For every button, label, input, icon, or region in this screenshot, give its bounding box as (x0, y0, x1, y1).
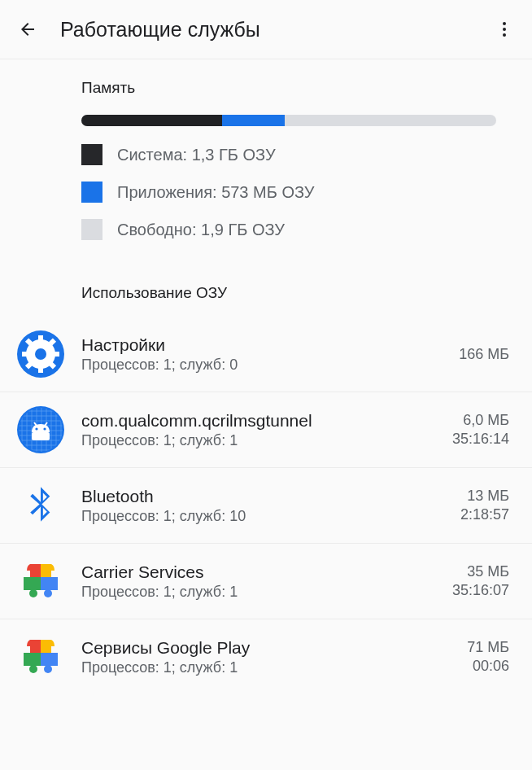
arrow-left-icon (18, 20, 37, 39)
item-right: 71 МБ00:06 (436, 639, 509, 675)
item-body: BluetoothПроцессов: 1; служб: 10 (81, 487, 426, 525)
ram-usage-header: Использование ОЗУ (0, 253, 532, 317)
legend-apps-label: Приложения: 573 МБ ОЗУ (117, 183, 315, 202)
more-vert-icon (495, 20, 514, 39)
list-item[interactable]: Сервисы Google PlayПроцессов: 1; служб: … (0, 619, 532, 694)
android-blue-icon (16, 405, 65, 454)
item-memory: 35 МБ (467, 563, 509, 580)
memory-bar-system (81, 115, 222, 126)
item-right: 35 МБ35:16:07 (436, 563, 509, 599)
item-time: 2:18:57 (460, 506, 509, 523)
svg-point-2 (503, 33, 506, 37)
svg-point-22 (29, 589, 37, 597)
memory-section: Память Система: 1,3 ГБ ОЗУ Приложения: 5… (0, 59, 532, 253)
legend-free-label: Свободно: 1,9 ГБ ОЗУ (117, 221, 285, 239)
svg-point-1 (503, 28, 506, 31)
item-memory: 13 МБ (467, 488, 509, 505)
item-title: Carrier Services (81, 562, 426, 582)
ram-usage-list: НастройкиПроцессов: 1; служб: 0166 МБcom… (0, 317, 532, 694)
svg-point-19 (43, 427, 46, 430)
svg-point-24 (29, 665, 37, 673)
item-right: 6,0 МБ35:16:14 (436, 412, 509, 448)
item-subtitle: Процессов: 1; служб: 10 (81, 508, 426, 525)
item-memory: 6,0 МБ (463, 412, 509, 429)
item-time: 35:16:07 (452, 582, 509, 599)
list-item[interactable]: Carrier ServicesПроцессов: 1; служб: 135… (0, 544, 532, 619)
item-body: Сервисы Google PlayПроцессов: 1; служб: … (81, 638, 426, 676)
item-title: com.qualcomm.qcrilmsgtunnel (81, 411, 426, 431)
item-subtitle: Процессов: 1; служб: 1 (81, 659, 426, 676)
item-time: 35:16:14 (452, 431, 509, 448)
page-title: Работающие службы (60, 18, 486, 42)
back-button[interactable] (10, 11, 46, 47)
item-memory: 71 МБ (467, 639, 509, 656)
svg-point-25 (44, 665, 52, 673)
item-subtitle: Процессов: 1; служб: 0 (81, 357, 426, 374)
svg-point-0 (503, 22, 506, 25)
svg-rect-7 (38, 367, 43, 373)
memory-label: Память (81, 79, 509, 97)
swatch-free (81, 219, 102, 240)
svg-point-18 (35, 427, 37, 430)
item-title: Сервисы Google Play (81, 638, 426, 658)
list-item[interactable]: com.qualcomm.qcrilmsgtunnelПроцессов: 1;… (0, 392, 532, 468)
item-memory: 166 МБ (459, 346, 509, 363)
play-services-icon (16, 557, 65, 606)
item-body: com.qualcomm.qcrilmsgtunnelПроцессов: 1;… (81, 411, 426, 449)
item-body: НастройкиПроцессов: 1; служб: 0 (81, 335, 426, 374)
app-header: Работающие службы (0, 0, 532, 59)
legend-system-label: Система: 1,3 ГБ ОЗУ (117, 146, 276, 164)
settings-gear-icon (16, 330, 65, 378)
item-time: 00:06 (473, 658, 509, 675)
play-services-icon (16, 632, 65, 681)
list-item[interactable]: BluetoothПроцессов: 1; служб: 1013 МБ2:1… (0, 468, 532, 544)
svg-rect-17 (32, 432, 50, 440)
memory-bar (81, 115, 496, 126)
legend-system: Система: 1,3 ГБ ОЗУ (81, 144, 509, 165)
overflow-menu-button[interactable] (486, 11, 522, 47)
svg-rect-9 (54, 352, 59, 357)
item-subtitle: Процессов: 1; служб: 1 (81, 584, 426, 601)
item-subtitle: Процессов: 1; служб: 1 (81, 432, 426, 449)
legend-apps: Приложения: 573 МБ ОЗУ (81, 182, 509, 203)
memory-legend: Система: 1,3 ГБ ОЗУ Приложения: 573 МБ О… (81, 144, 509, 240)
memory-bar-apps (222, 115, 285, 126)
svg-point-23 (44, 589, 52, 597)
legend-free: Свободно: 1,9 ГБ ОЗУ (81, 219, 509, 240)
item-right: 13 МБ2:18:57 (436, 488, 509, 523)
item-body: Carrier ServicesПроцессов: 1; служб: 1 (81, 562, 426, 601)
svg-point-5 (35, 348, 46, 360)
swatch-apps (81, 182, 102, 203)
bluetooth-icon (16, 481, 65, 530)
svg-rect-6 (38, 335, 43, 341)
item-right: 166 МБ (436, 346, 509, 363)
swatch-system (81, 144, 102, 165)
item-title: Настройки (81, 335, 426, 355)
svg-rect-8 (22, 352, 28, 357)
list-item[interactable]: НастройкиПроцессов: 1; служб: 0166 МБ (0, 317, 532, 392)
item-title: Bluetooth (81, 487, 426, 506)
